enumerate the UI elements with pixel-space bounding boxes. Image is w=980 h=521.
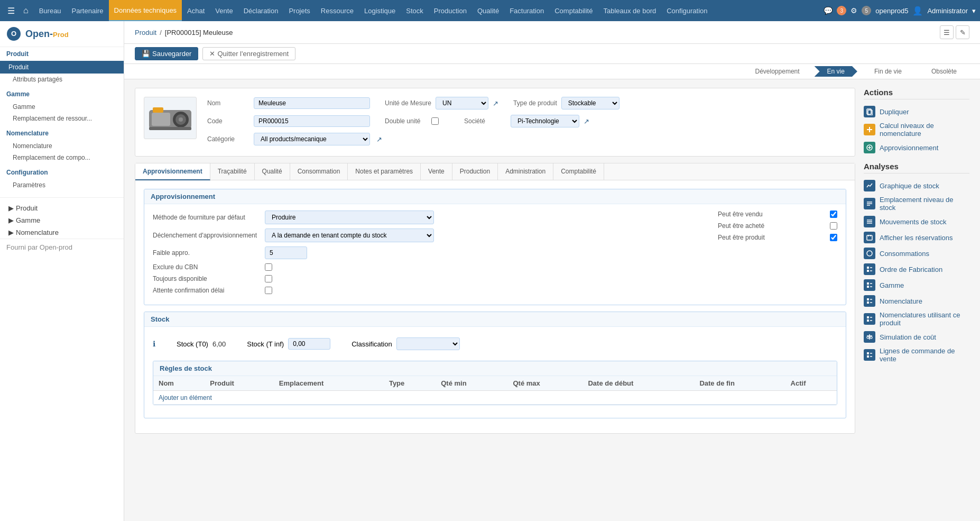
sidebar-category-gamme[interactable]: Gamme <box>0 87 124 101</box>
analyse-gamme[interactable]: Gamme <box>864 277 969 293</box>
nav-achat[interactable]: Achat <box>182 0 210 21</box>
nav-stock[interactable]: Stock <box>401 0 429 21</box>
type-produit-select[interactable]: Stockable <box>561 97 620 109</box>
analyse-mouvements[interactable]: Mouvements de stock <box>864 214 969 230</box>
arrows-icon <box>864 216 875 227</box>
peut-vendu-checkbox[interactable] <box>830 211 837 218</box>
status-en-vie[interactable]: En vie <box>815 66 857 77</box>
list-view-icon[interactable]: ☰ <box>940 25 954 39</box>
nav-logistique[interactable]: Logistique <box>359 0 401 21</box>
user-dropdown-icon[interactable]: ▾ <box>972 7 976 15</box>
categorie-select[interactable]: All products/mecanique <box>254 133 370 145</box>
nom-input[interactable] <box>254 97 370 109</box>
nav-configuration[interactable]: Configuration <box>661 0 713 21</box>
nav-qualite[interactable]: Qualité <box>472 0 504 21</box>
analyse-consommations[interactable]: Consommations <box>864 245 969 261</box>
sidebar-category-configuration[interactable]: Configuration <box>0 166 124 179</box>
stock-tinf-input[interactable] <box>288 338 330 350</box>
tab-approvisionnement[interactable]: Approvisionnement <box>135 163 210 180</box>
action-calcul-niveaux[interactable]: Calcul niveaux de nomenclature <box>864 120 969 140</box>
unite-mesure-link-icon[interactable]: ↗ <box>493 99 498 107</box>
attente-checkbox[interactable] <box>265 287 272 294</box>
breadcrumb-parent[interactable]: Produit <box>135 29 156 36</box>
nav-tableaux[interactable]: Tableaux de bord <box>598 0 661 21</box>
peut-produit-checkbox[interactable] <box>830 234 837 241</box>
tab-consommation[interactable]: Consommation <box>290 163 348 180</box>
sidebar-item-remplacement-compo[interactable]: Remplacement de compo... <box>0 152 124 163</box>
methode-select[interactable]: Produire <box>265 211 434 224</box>
nav-partenaire[interactable]: Partenaire <box>67 0 109 21</box>
sidebar-category-nomenclature[interactable]: Nomenclature <box>0 126 124 140</box>
nav-bureau[interactable]: Bureau <box>34 0 67 21</box>
sidebar-group-produit[interactable]: ▶ Produit <box>0 202 124 214</box>
analyse-fabrication[interactable]: Ordre de Fabrication <box>864 261 969 277</box>
analyse-simulation[interactable]: Simulation de coût <box>864 329 969 345</box>
categorie-link-icon[interactable]: ↗ <box>376 135 382 143</box>
nav-ressource[interactable]: Ressource <box>316 0 359 21</box>
sidebar-item-gamme[interactable]: Gamme <box>0 101 124 113</box>
societe-select[interactable]: Pi-Technologie <box>511 115 579 127</box>
status-obsolete[interactable]: Obsolète <box>919 66 969 77</box>
discard-button[interactable]: ✕ Quitter l'enregistrement <box>202 47 295 60</box>
classification-select[interactable] <box>396 337 460 350</box>
sidebar-section-produit[interactable]: Produit <box>0 47 124 61</box>
nav-donnees-techniques[interactable]: Données techniques <box>109 0 182 21</box>
nav-comptabilite[interactable]: Comptabilité <box>549 0 598 21</box>
exclure-checkbox[interactable] <box>265 263 272 271</box>
tab-qualite[interactable]: Qualité <box>255 163 290 180</box>
status-developpement[interactable]: Développement <box>745 66 810 77</box>
regles-table-head: Nom Produit Emplacement Type Qté min Qté… <box>153 376 837 391</box>
sidebar-item-parametres[interactable]: Paramètres <box>0 179 124 191</box>
nav-projets[interactable]: Projets <box>283 0 315 21</box>
col-date-debut: Date de début <box>583 376 694 391</box>
categorie-label: Catégorie <box>207 135 249 143</box>
nav-vente[interactable]: Vente <box>210 0 238 21</box>
action-approvisionnement[interactable]: Approvisionnement <box>864 140 969 156</box>
home-icon[interactable]: ⌂ <box>20 4 32 17</box>
nav-facturation[interactable]: Facturation <box>504 0 549 21</box>
circle-icon <box>864 248 875 259</box>
tab-tracabilite[interactable]: Traçabilité <box>210 163 255 180</box>
unite-mesure-select[interactable]: UN <box>436 97 488 109</box>
sidebar-item-attributs[interactable]: Attributs partagés <box>0 74 124 85</box>
stock-info-icon[interactable]: ℹ <box>153 340 155 348</box>
analyse-lignes-commande[interactable]: Lignes de commande de vente <box>864 345 969 365</box>
societe-link-icon[interactable]: ↗ <box>584 117 589 125</box>
sidebar-group-gamme[interactable]: ▶ Gamme <box>0 214 124 226</box>
tab-vente[interactable]: Vente <box>421 163 452 180</box>
double-unite-checkbox[interactable] <box>431 117 439 125</box>
analyse-nomenclatures-produit[interactable]: Nomenclatures utilisant ce produit <box>864 309 969 329</box>
tab-comptabilite[interactable]: Comptabilité <box>553 163 604 180</box>
message-icon[interactable]: 💬 <box>824 6 833 15</box>
nav-production[interactable]: Production <box>429 0 472 21</box>
analyse-reservations[interactable]: Afficher les réservations <box>864 230 969 245</box>
add-element-link[interactable]: Ajouter un élément <box>159 394 212 401</box>
edit-view-icon[interactable]: ✎ <box>956 25 969 39</box>
nav-declaration[interactable]: Déclaration <box>238 0 284 21</box>
admin-label[interactable]: Administrator <box>927 7 968 15</box>
status-fin-vie[interactable]: Fin de vie <box>862 66 914 77</box>
gear-icon[interactable]: ⚙ <box>850 6 857 15</box>
col-qte-min: Qté min <box>436 376 507 391</box>
sidebar-group-nomenclature[interactable]: ▶ Nomenclature <box>0 226 124 239</box>
sidebar-item-produit[interactable]: Produit <box>0 61 124 74</box>
tab-content-approvisionnement: Approvisionnement Méthode de fourniture … <box>135 180 855 433</box>
regles-stock-section: Règles de stock Nom Produit <box>153 361 837 405</box>
menu-icon[interactable]: ☰ <box>4 4 18 18</box>
tab-production[interactable]: Production <box>452 163 498 180</box>
tab-notes[interactable]: Notes et paramètres <box>348 163 421 180</box>
faible-input[interactable] <box>265 246 307 259</box>
sidebar-item-remplacement-ressource[interactable]: Remplacement de ressour... <box>0 113 124 124</box>
sidebar-item-nomenclature[interactable]: Nomenclature <box>0 140 124 152</box>
analyse-nomenclature[interactable]: Nomenclature <box>864 293 969 309</box>
analyse-graphique[interactable]: Graphique de stock <box>864 178 969 194</box>
analyse-emplacement[interactable]: Emplacement niveau de stock <box>864 194 969 214</box>
tab-administration[interactable]: Administration <box>498 163 553 180</box>
peut-achete-checkbox[interactable] <box>830 222 837 230</box>
actions-title: Actions <box>864 88 969 99</box>
declenchement-select[interactable]: A la demande en tenant compte du stock <box>265 228 434 242</box>
action-dupliquer[interactable]: Dupliquer <box>864 104 969 120</box>
code-input[interactable] <box>254 115 370 127</box>
toujours-checkbox[interactable] <box>265 275 272 282</box>
save-button[interactable]: 💾 Sauvegarder <box>135 47 198 60</box>
